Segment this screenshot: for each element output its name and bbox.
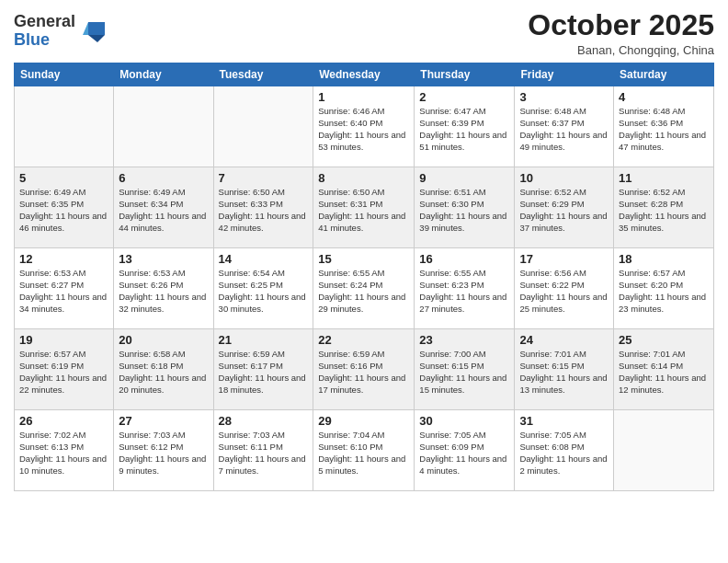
calendar-cell: 1Sunrise: 6:46 AM Sunset: 6:40 PM Daylig…: [313, 86, 415, 167]
calendar-cell: 4Sunrise: 6:48 AM Sunset: 6:36 PM Daylig…: [614, 86, 714, 167]
day-header-friday: Friday: [515, 63, 614, 86]
calendar-cell: 21Sunrise: 6:59 AM Sunset: 6:17 PM Dayli…: [213, 329, 313, 410]
day-number: 25: [619, 333, 709, 347]
day-info: Sunrise: 7:02 AM Sunset: 6:13 PM Dayligh…: [19, 430, 108, 477]
day-info: Sunrise: 6:58 AM Sunset: 6:18 PM Dayligh…: [119, 349, 208, 396]
calendar-cell: 8Sunrise: 6:50 AM Sunset: 6:31 PM Daylig…: [313, 167, 415, 248]
day-number: 12: [19, 252, 108, 266]
calendar-cell: 16Sunrise: 6:55 AM Sunset: 6:23 PM Dayli…: [415, 248, 515, 329]
calendar-week-row: 26Sunrise: 7:02 AM Sunset: 6:13 PM Dayli…: [15, 410, 714, 491]
day-info: Sunrise: 6:55 AM Sunset: 6:23 PM Dayligh…: [419, 268, 509, 315]
calendar-cell: 10Sunrise: 6:52 AM Sunset: 6:29 PM Dayli…: [515, 167, 614, 248]
day-info: Sunrise: 6:49 AM Sunset: 6:34 PM Dayligh…: [119, 187, 208, 234]
page: General Blue October 2025 Banan, Chongqi…: [0, 0, 728, 563]
day-number: 5: [19, 171, 108, 185]
calendar-cell: 17Sunrise: 6:56 AM Sunset: 6:22 PM Dayli…: [515, 248, 614, 329]
day-number: 1: [318, 90, 409, 104]
day-info: Sunrise: 6:57 AM Sunset: 6:19 PM Dayligh…: [19, 349, 108, 396]
day-number: 18: [619, 252, 709, 266]
calendar-cell: 24Sunrise: 7:01 AM Sunset: 6:15 PM Dayli…: [515, 329, 614, 410]
day-number: 10: [519, 171, 609, 185]
day-info: Sunrise: 7:03 AM Sunset: 6:12 PM Dayligh…: [119, 430, 208, 477]
day-info: Sunrise: 6:55 AM Sunset: 6:24 PM Dayligh…: [318, 268, 409, 315]
day-info: Sunrise: 7:00 AM Sunset: 6:15 PM Dayligh…: [419, 349, 509, 396]
day-number: 9: [419, 171, 509, 185]
day-number: 8: [318, 171, 409, 185]
day-header-monday: Monday: [114, 63, 213, 86]
logo-icon: [79, 18, 105, 44]
day-number: 16: [419, 252, 509, 266]
day-number: 11: [619, 171, 709, 185]
calendar-week-row: 5Sunrise: 6:49 AM Sunset: 6:35 PM Daylig…: [15, 167, 714, 248]
day-info: Sunrise: 6:48 AM Sunset: 6:36 PM Dayligh…: [619, 106, 709, 153]
day-header-wednesday: Wednesday: [313, 63, 415, 86]
calendar-cell: 9Sunrise: 6:51 AM Sunset: 6:30 PM Daylig…: [415, 167, 515, 248]
calendar-cell: 22Sunrise: 6:59 AM Sunset: 6:16 PM Dayli…: [313, 329, 415, 410]
day-number: 24: [519, 333, 609, 347]
day-info: Sunrise: 6:48 AM Sunset: 6:37 PM Dayligh…: [519, 106, 609, 153]
calendar-week-row: 19Sunrise: 6:57 AM Sunset: 6:19 PM Dayli…: [15, 329, 714, 410]
svg-marker-2: [83, 22, 88, 35]
day-info: Sunrise: 6:59 AM Sunset: 6:17 PM Dayligh…: [219, 349, 309, 396]
day-number: 4: [619, 90, 709, 104]
calendar-cell: 28Sunrise: 7:03 AM Sunset: 6:11 PM Dayli…: [213, 410, 313, 491]
calendar-cell: 6Sunrise: 6:49 AM Sunset: 6:34 PM Daylig…: [114, 167, 213, 248]
day-number: 2: [419, 90, 509, 104]
logo-general-text: General: [14, 12, 75, 30]
calendar-cell: 23Sunrise: 7:00 AM Sunset: 6:15 PM Dayli…: [415, 329, 515, 410]
header: General Blue October 2025 Banan, Chongqi…: [14, 9, 714, 57]
calendar-cell: [213, 86, 313, 167]
calendar-cell: 18Sunrise: 6:57 AM Sunset: 6:20 PM Dayli…: [614, 248, 714, 329]
calendar-table: SundayMondayTuesdayWednesdayThursdayFrid…: [14, 63, 714, 491]
day-info: Sunrise: 7:01 AM Sunset: 6:14 PM Dayligh…: [619, 349, 709, 396]
day-number: 26: [19, 414, 108, 428]
calendar-cell: [614, 410, 714, 491]
day-info: Sunrise: 6:46 AM Sunset: 6:40 PM Dayligh…: [318, 106, 409, 153]
day-number: 23: [419, 333, 509, 347]
day-info: Sunrise: 7:04 AM Sunset: 6:10 PM Dayligh…: [318, 430, 409, 477]
day-header-tuesday: Tuesday: [213, 63, 313, 86]
day-number: 31: [519, 414, 609, 428]
day-number: 15: [318, 252, 409, 266]
day-info: Sunrise: 7:05 AM Sunset: 6:08 PM Dayligh…: [519, 430, 609, 477]
day-info: Sunrise: 6:56 AM Sunset: 6:22 PM Dayligh…: [519, 268, 609, 315]
day-info: Sunrise: 6:57 AM Sunset: 6:20 PM Dayligh…: [619, 268, 709, 315]
day-header-sunday: Sunday: [15, 63, 114, 86]
day-number: 22: [318, 333, 409, 347]
title-block: October 2025 Banan, Chongqing, China: [528, 9, 714, 57]
svg-marker-0: [88, 22, 105, 35]
day-number: 27: [119, 414, 208, 428]
day-info: Sunrise: 7:03 AM Sunset: 6:11 PM Dayligh…: [219, 430, 309, 477]
calendar-cell: 25Sunrise: 7:01 AM Sunset: 6:14 PM Dayli…: [614, 329, 714, 410]
day-info: Sunrise: 6:50 AM Sunset: 6:31 PM Dayligh…: [318, 187, 409, 234]
calendar-cell: 30Sunrise: 7:05 AM Sunset: 6:09 PM Dayli…: [415, 410, 515, 491]
calendar-cell: [15, 86, 114, 167]
day-number: 17: [519, 252, 609, 266]
day-number: 28: [219, 414, 309, 428]
day-number: 21: [219, 333, 309, 347]
day-info: Sunrise: 6:52 AM Sunset: 6:28 PM Dayligh…: [619, 187, 709, 234]
calendar-cell: 26Sunrise: 7:02 AM Sunset: 6:13 PM Dayli…: [15, 410, 114, 491]
calendar-cell: 19Sunrise: 6:57 AM Sunset: 6:19 PM Dayli…: [15, 329, 114, 410]
day-info: Sunrise: 6:49 AM Sunset: 6:35 PM Dayligh…: [19, 187, 108, 234]
day-info: Sunrise: 6:53 AM Sunset: 6:27 PM Dayligh…: [19, 268, 108, 315]
calendar-cell: [114, 86, 213, 167]
day-info: Sunrise: 7:05 AM Sunset: 6:09 PM Dayligh…: [419, 430, 509, 477]
day-header-saturday: Saturday: [614, 63, 714, 86]
logo: General Blue: [14, 13, 105, 50]
calendar-cell: 2Sunrise: 6:47 AM Sunset: 6:39 PM Daylig…: [415, 86, 515, 167]
day-number: 13: [119, 252, 208, 266]
day-info: Sunrise: 6:50 AM Sunset: 6:33 PM Dayligh…: [219, 187, 309, 234]
day-info: Sunrise: 6:47 AM Sunset: 6:39 PM Dayligh…: [419, 106, 509, 153]
location: Banan, Chongqing, China: [528, 43, 714, 57]
day-info: Sunrise: 6:51 AM Sunset: 6:30 PM Dayligh…: [419, 187, 509, 234]
svg-marker-1: [88, 35, 105, 42]
day-number: 6: [119, 171, 208, 185]
day-number: 7: [219, 171, 309, 185]
calendar-week-row: 1Sunrise: 6:46 AM Sunset: 6:40 PM Daylig…: [15, 86, 714, 167]
day-info: Sunrise: 6:59 AM Sunset: 6:16 PM Dayligh…: [318, 349, 409, 396]
calendar-cell: 13Sunrise: 6:53 AM Sunset: 6:26 PM Dayli…: [114, 248, 213, 329]
calendar-cell: 12Sunrise: 6:53 AM Sunset: 6:27 PM Dayli…: [15, 248, 114, 329]
day-number: 14: [219, 252, 309, 266]
calendar-cell: 29Sunrise: 7:04 AM Sunset: 6:10 PM Dayli…: [313, 410, 415, 491]
